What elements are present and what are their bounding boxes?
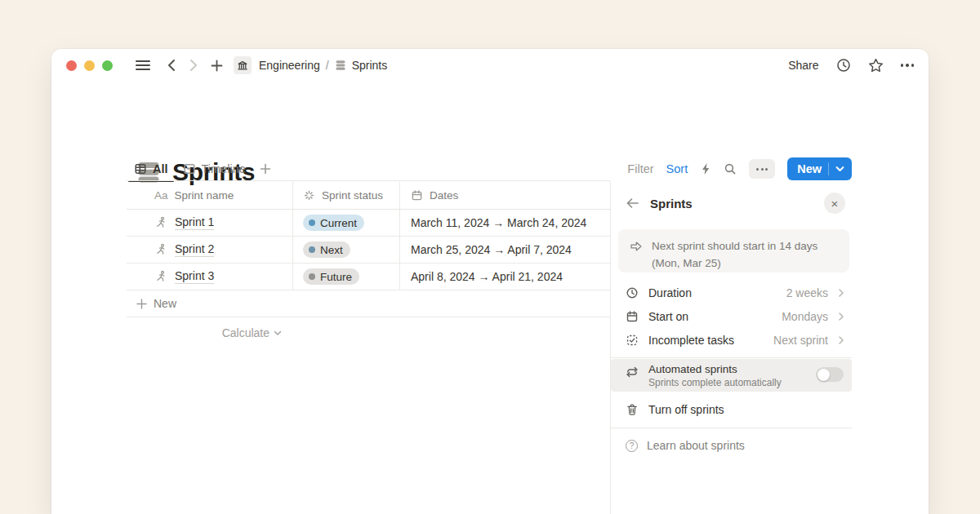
automated-toggle[interactable]	[816, 367, 844, 382]
view-bar: All Timeline Filter Sort New	[127, 157, 852, 181]
favorite-star-icon[interactable]	[868, 58, 884, 73]
clock-icon	[626, 286, 639, 299]
automations-bolt-icon[interactable]	[700, 162, 711, 175]
status-label: Current	[320, 217, 357, 229]
toggle-knob	[817, 369, 830, 381]
window-more-button[interactable]	[901, 64, 915, 67]
forward-button[interactable]	[189, 59, 198, 72]
close-icon[interactable]: ×	[824, 193, 845, 214]
window-toolbar: Engineering / Sprints Share	[51, 49, 929, 82]
calendar-icon	[411, 189, 423, 202]
table-row[interactable]: Sprint 1 Current March 11, 2024 → March …	[127, 210, 610, 237]
sprint-settings-list: Duration 2 weeks Start on Mondays Incomp…	[611, 281, 852, 352]
status-pill[interactable]: Next	[303, 241, 350, 258]
column-label: Sprint status	[322, 189, 383, 202]
add-view-button[interactable]	[256, 157, 274, 181]
sidebar-toggle-icon[interactable]	[136, 60, 150, 71]
trash-icon	[626, 403, 639, 416]
minimize-window-button[interactable]	[84, 60, 95, 71]
automated-sprints-row[interactable]: Automated sprints Sprints complete autom…	[611, 359, 852, 392]
sprint-name-link[interactable]: Sprint 3	[175, 269, 214, 284]
turn-off-sprints-label: Turn off sprints	[648, 403, 724, 416]
runner-icon	[154, 216, 167, 229]
view-tabs: All Timeline	[127, 157, 274, 181]
new-row-button[interactable]: New	[127, 290, 610, 317]
chevron-right-icon	[838, 335, 844, 345]
runner-icon	[154, 243, 167, 256]
notice-line1: Next sprint should start in 14 days	[652, 240, 817, 252]
new-button-separator	[828, 162, 829, 175]
runner-icon	[154, 270, 167, 283]
view-options-button[interactable]	[749, 159, 775, 179]
sprint-name-link[interactable]: Sprint 1	[175, 215, 214, 230]
sprints-table: Aa Sprint name Sprint status Dates	[127, 182, 610, 348]
calendar-icon	[626, 310, 639, 323]
table-row[interactable]: Sprint 2 Next March 25, 2024 → April 7, …	[127, 237, 610, 264]
chevron-right-icon	[838, 288, 844, 298]
timeline-view-icon	[183, 162, 196, 175]
column-label: Sprint name	[175, 189, 234, 202]
date-range[interactable]: March 25, 2024 → April 7, 2024	[411, 243, 572, 256]
traffic-lights	[66, 60, 113, 71]
chevron-down-icon[interactable]	[835, 166, 844, 172]
setting-incomplete-tasks[interactable]: Incomplete tasks Next sprint	[611, 328, 852, 352]
breadcrumb-page[interactable]: Sprints	[352, 59, 388, 72]
calculate-button[interactable]: Calculate	[127, 317, 292, 348]
filter-button[interactable]: Filter	[627, 162, 653, 175]
setting-value: 2 weeks	[786, 286, 828, 299]
setting-start-on[interactable]: Start on Mondays	[611, 304, 852, 328]
search-icon[interactable]	[724, 162, 737, 175]
status-burst-icon	[303, 189, 315, 202]
checkbox-icon	[626, 334, 639, 347]
learn-about-sprints-link[interactable]: ? Learn about sprints	[611, 432, 852, 459]
column-header-sprint-name[interactable]: Aa Sprint name	[127, 182, 292, 209]
zoom-window-button[interactable]	[102, 60, 113, 71]
table-row[interactable]: Sprint 3 Future April 8, 2024 → April 21…	[127, 264, 610, 290]
back-arrow-icon[interactable]	[626, 197, 639, 209]
status-label: Future	[320, 271, 352, 283]
share-button[interactable]: Share	[788, 59, 818, 72]
text-property-icon: Aa	[154, 189, 168, 202]
panel-header: Sprints ×	[626, 191, 845, 215]
breadcrumb: Engineering / Sprints	[259, 59, 387, 72]
new-button-label: New	[797, 162, 822, 175]
status-dot	[309, 273, 315, 280]
breadcrumb-workspace[interactable]: Engineering	[259, 59, 320, 72]
new-button[interactable]: New	[787, 157, 852, 180]
tab-timeline[interactable]: Timeline	[176, 157, 253, 181]
sprint-name-link[interactable]: Sprint 2	[175, 242, 214, 257]
turn-off-sprints-button[interactable]: Turn off sprints	[611, 395, 852, 424]
history-clock-icon[interactable]	[836, 58, 851, 73]
close-window-button[interactable]	[66, 60, 77, 71]
view-controls: Filter Sort New	[627, 157, 852, 180]
status-dot	[309, 219, 315, 226]
column-header-dates[interactable]: Dates	[400, 182, 610, 209]
date-range[interactable]: March 11, 2024 → March 24, 2024	[411, 216, 586, 229]
notice-line2: (Mon, Mar 25)	[652, 257, 721, 269]
date-range[interactable]: April 8, 2024 → April 21, 2024	[411, 270, 563, 283]
table-view-icon	[134, 162, 147, 175]
app-window: Engineering / Sprints Share Sprints	[51, 49, 929, 514]
viewbar-divider	[127, 180, 610, 181]
back-button[interactable]	[167, 59, 176, 72]
status-dot	[309, 246, 315, 253]
status-pill[interactable]: Current	[303, 215, 364, 231]
status-pill[interactable]: Future	[303, 268, 359, 285]
column-header-sprint-status[interactable]: Sprint status	[292, 182, 400, 209]
new-page-button[interactable]	[211, 60, 223, 72]
calculate-label: Calculate	[222, 326, 270, 339]
question-icon: ?	[626, 440, 638, 452]
sort-button[interactable]: Sort	[666, 162, 688, 175]
repeat-icon	[626, 366, 639, 379]
tab-all[interactable]: All	[127, 157, 176, 181]
automated-sprints-sublabel: Sprints complete automatically	[648, 377, 782, 388]
workspace-icon[interactable]	[234, 56, 252, 74]
breadcrumb-separator: /	[326, 59, 329, 72]
status-label: Next	[320, 244, 343, 256]
panel-title: Sprints	[650, 197, 693, 210]
setting-duration[interactable]: Duration 2 weeks	[611, 281, 852, 304]
table-header-row: Aa Sprint name Sprint status Dates	[127, 182, 610, 210]
tab-all-label: All	[153, 162, 168, 175]
learn-about-sprints-label: Learn about sprints	[647, 439, 745, 452]
setting-label: Start on	[648, 310, 688, 323]
